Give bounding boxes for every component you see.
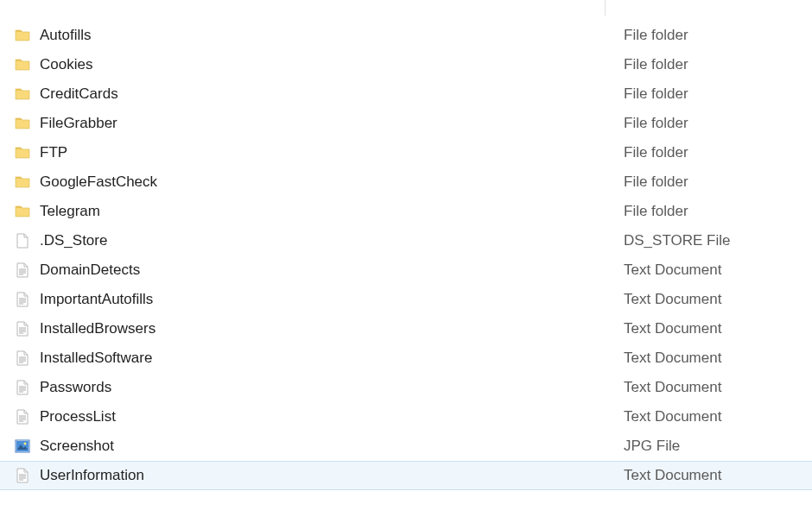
text-file-icon (14, 262, 31, 279)
file-row[interactable]: Autofills File folder (0, 21, 812, 50)
text-file-icon (14, 379, 31, 396)
file-type: JPG File (624, 438, 812, 455)
svg-point-27 (24, 443, 27, 445)
file-type: Text Document (624, 262, 812, 279)
folder-icon (14, 144, 31, 161)
file-name: DomainDetects (40, 262, 624, 279)
file-name: CreditCards (40, 85, 624, 103)
file-name: .DS_Store (40, 232, 624, 249)
file-row[interactable]: UserInformation Text Document (0, 461, 812, 490)
file-type: Text Document (624, 320, 812, 337)
file-name: FileGrabber (40, 115, 624, 132)
file-list: Autofills File folder Cookies File folde… (0, 0, 812, 490)
file-row[interactable]: Passwords Text Document (0, 373, 812, 402)
file-row[interactable]: GoogleFastCheck File folder (0, 167, 812, 197)
file-row[interactable]: .DS_Store DS_STORE File (0, 226, 812, 255)
svg-rect-25 (16, 441, 29, 451)
file-name: Screenshot (40, 438, 624, 455)
file-type: Text Document (624, 408, 812, 425)
file-type: File folder (624, 115, 812, 132)
file-name: UserInformation (40, 467, 624, 484)
file-name: GoogleFastCheck (40, 173, 624, 191)
file-name: Autofills (40, 27, 624, 44)
file-row[interactable]: Telegram File folder (0, 197, 812, 226)
file-row[interactable]: Screenshot JPG File (0, 432, 812, 461)
folder-icon (14, 27, 31, 44)
file-type: File folder (624, 144, 812, 161)
column-separator (605, 0, 606, 16)
file-type: Text Document (624, 291, 812, 308)
file-explorer-pane: Autofills File folder Cookies File folde… (0, 0, 812, 523)
file-name: InstalledSoftware (40, 350, 624, 367)
file-name: ImportantAutofills (40, 291, 624, 308)
file-name: ProcessList (40, 408, 624, 425)
text-file-icon (14, 467, 31, 484)
file-row[interactable]: FTP File folder (0, 138, 812, 167)
file-name: InstalledBrowsers (40, 320, 624, 337)
file-name: Cookies (40, 56, 624, 73)
text-file-icon (14, 350, 31, 367)
folder-icon (14, 56, 31, 73)
file-row[interactable]: InstalledSoftware Text Document (0, 343, 812, 373)
file-row[interactable]: DomainDetects Text Document (0, 255, 812, 285)
file-row[interactable]: InstalledBrowsers Text Document (0, 314, 812, 343)
text-file-icon (14, 408, 31, 425)
text-file-icon (14, 320, 31, 337)
folder-icon (14, 115, 31, 132)
file-row[interactable]: ProcessList Text Document (0, 402, 812, 432)
image-file-icon (14, 438, 31, 455)
file-type: File folder (624, 85, 812, 103)
file-type: Text Document (624, 350, 812, 367)
file-type: DS_STORE File (624, 232, 812, 249)
blank-file-icon (14, 232, 31, 249)
file-type: File folder (624, 27, 812, 44)
file-type: File folder (624, 56, 812, 73)
file-name: FTP (40, 144, 624, 161)
file-row[interactable]: CreditCards File folder (0, 79, 812, 109)
file-row[interactable]: Cookies File folder (0, 50, 812, 79)
file-name: Telegram (40, 203, 624, 220)
file-type: Text Document (624, 467, 812, 484)
folder-icon (14, 85, 31, 103)
text-file-icon (14, 291, 31, 308)
folder-icon (14, 173, 31, 191)
file-type: File folder (624, 203, 812, 220)
file-row[interactable]: ImportantAutofills Text Document (0, 285, 812, 314)
file-type: File folder (624, 173, 812, 191)
file-row[interactable]: FileGrabber File folder (0, 109, 812, 138)
folder-icon (14, 203, 31, 220)
file-name: Passwords (40, 379, 624, 396)
file-type: Text Document (624, 379, 812, 396)
